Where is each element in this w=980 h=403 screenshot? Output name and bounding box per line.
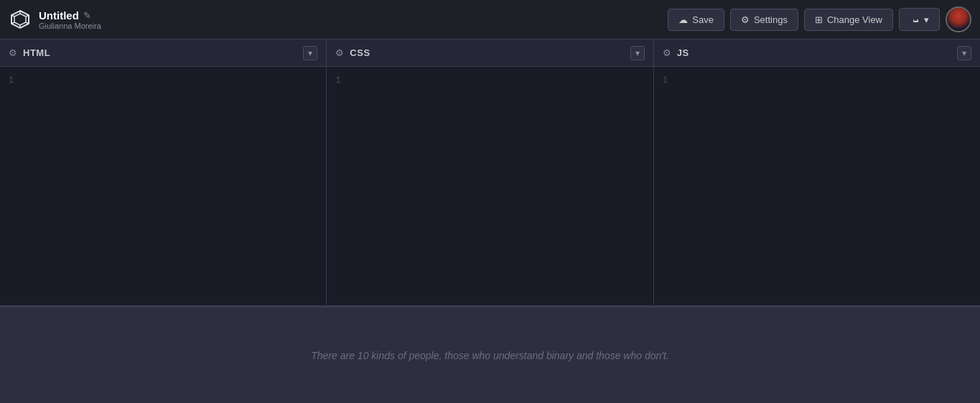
preview-area: There are 10 kinds of people, those who … xyxy=(0,305,980,403)
html-code-editor[interactable]: 1 xyxy=(0,67,326,305)
html-pane: ⚙ HTML ▾ 1 xyxy=(0,40,327,305)
save-button[interactable]: ☁ Save xyxy=(668,9,724,31)
title-group: Untitled ✎ Giulianna Moreira xyxy=(39,9,101,30)
save-label: Save xyxy=(692,14,714,25)
js-code-editor[interactable]: 1 xyxy=(654,67,980,305)
header-right: ☁ Save ⚙ Settings ⊞ Change View ▾ xyxy=(668,6,971,32)
header-left: Untitled ✎ Giulianna Moreira xyxy=(9,8,101,31)
fork-chevron: ▾ xyxy=(924,14,929,25)
settings-label: Settings xyxy=(754,14,788,25)
change-view-label: Change View xyxy=(827,14,882,25)
css-collapse-button[interactable]: ▾ xyxy=(630,46,645,60)
editor-area: ⚙ HTML ▾ 1 ⚙ CSS ▾ 1 ⚙ JS ▾ xyxy=(0,40,980,305)
css-line-1: 1 xyxy=(327,74,653,88)
cloud-icon: ☁ xyxy=(678,14,688,25)
project-name: Untitled xyxy=(39,9,79,22)
html-line-1: 1 xyxy=(0,74,326,88)
logo-icon xyxy=(9,8,32,31)
html-pane-header: ⚙ HTML ▾ xyxy=(0,40,326,67)
fork-button[interactable]: ▾ xyxy=(899,8,940,31)
css-settings-icon[interactable]: ⚙ xyxy=(335,47,344,58)
js-pane-header-left: ⚙ JS xyxy=(663,47,689,58)
avatar[interactable] xyxy=(946,6,971,32)
js-pane-title: JS xyxy=(677,47,689,58)
svg-marker-1 xyxy=(14,14,26,25)
css-pane-header-left: ⚙ CSS xyxy=(335,47,370,58)
html-pane-header-left: ⚙ HTML xyxy=(9,47,50,58)
js-line-1: 1 xyxy=(654,74,980,88)
settings-gear-icon: ⚙ xyxy=(741,14,750,25)
project-title: Untitled ✎ xyxy=(39,9,101,22)
html-pane-title: HTML xyxy=(23,47,50,58)
monitor-icon: ⊞ xyxy=(815,14,823,25)
change-view-button[interactable]: ⊞ Change View xyxy=(804,9,893,31)
css-pane-header: ⚙ CSS ▾ xyxy=(327,40,653,67)
avatar-image xyxy=(947,8,970,31)
html-collapse-button[interactable]: ▾ xyxy=(303,46,317,60)
js-settings-icon[interactable]: ⚙ xyxy=(663,47,671,58)
preview-placeholder-text: There are 10 kinds of people, those who … xyxy=(311,350,668,361)
user-name: Giulianna Moreira xyxy=(39,22,101,30)
css-pane-title: CSS xyxy=(350,47,370,58)
html-settings-icon[interactable]: ⚙ xyxy=(9,47,17,58)
js-pane-header: ⚙ JS ▾ xyxy=(654,40,980,67)
settings-button[interactable]: ⚙ Settings xyxy=(730,9,798,31)
app-header: Untitled ✎ Giulianna Moreira ☁ Save ⚙ Se… xyxy=(0,0,980,40)
css-code-editor[interactable]: 1 xyxy=(327,67,653,305)
edit-icon[interactable]: ✎ xyxy=(83,10,91,21)
fork-icon xyxy=(910,14,921,25)
js-pane: ⚙ JS ▾ 1 xyxy=(654,40,980,305)
css-pane: ⚙ CSS ▾ 1 xyxy=(327,40,653,305)
js-collapse-button[interactable]: ▾ xyxy=(957,46,971,60)
